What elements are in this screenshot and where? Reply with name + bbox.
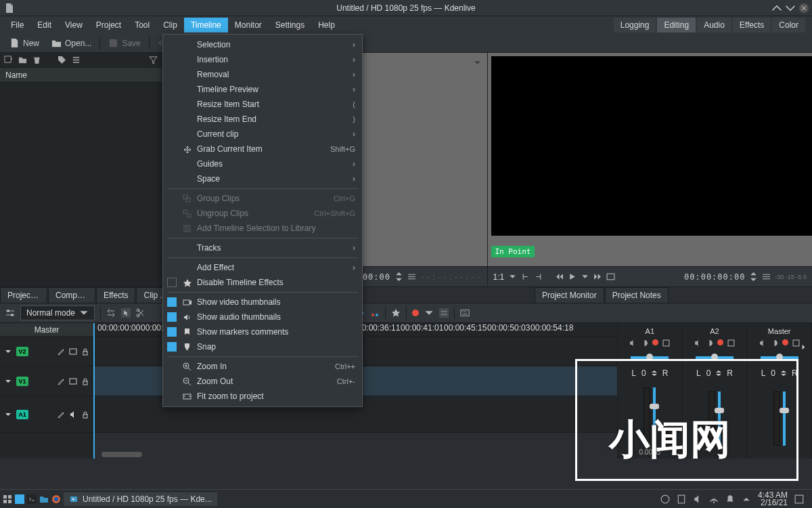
app-launcher-icon[interactable] <box>3 494 12 504</box>
menu-item-disable-timeline-effects[interactable]: Disable Timeline Effects <box>163 275 362 290</box>
menu-item-current-clip[interactable]: Current clip› <box>163 127 362 142</box>
new-button[interactable]: New <box>5 36 43 50</box>
chevron-down-icon[interactable] <box>581 272 589 281</box>
show-desktop-icon[interactable] <box>794 494 804 504</box>
chevron-down-icon[interactable] <box>4 347 12 356</box>
volume-fader[interactable] <box>783 391 786 446</box>
volume-fader[interactable] <box>718 391 721 446</box>
fx-icon[interactable] <box>727 339 735 347</box>
tray-icon[interactable] <box>660 494 670 504</box>
menu-item-insertion[interactable]: Insertion› <box>163 52 362 67</box>
menu-icon[interactable] <box>407 272 416 281</box>
rec-icon[interactable] <box>652 339 658 345</box>
expand-icon[interactable] <box>800 343 807 351</box>
menu-icon[interactable] <box>72 56 81 64</box>
extract-icon[interactable] <box>370 308 380 318</box>
zoom-ratio[interactable]: 1:1 <box>493 272 505 282</box>
dock-tab[interactable]: Compositi... <box>48 287 95 303</box>
maximize-button[interactable] <box>785 3 796 14</box>
chevron-up-icon[interactable] <box>742 494 751 504</box>
menu-item-zoom-in[interactable]: Zoom InCtrl++ <box>163 359 362 374</box>
bin-name-header[interactable]: Name <box>0 68 162 83</box>
lock-icon[interactable] <box>81 377 89 385</box>
dock-tab[interactable]: Project Monitor <box>535 287 604 303</box>
forward-icon[interactable] <box>593 272 602 281</box>
lock-icon[interactable] <box>81 347 89 356</box>
rewind-icon[interactable] <box>555 272 564 281</box>
menu-help[interactable]: Help <box>311 18 342 33</box>
menu-item-grab-current-item[interactable]: Grab Current ItemShift+G <box>163 142 362 156</box>
menu-item-show-markers-comments[interactable]: Show markers comments <box>163 324 362 339</box>
clock[interactable]: 4:43 AM2/16/21 <box>758 492 788 507</box>
menu-item-snap[interactable]: Snap <box>163 339 362 354</box>
clipboard-icon[interactable] <box>677 494 686 504</box>
fx-icon[interactable] <box>792 339 800 347</box>
menu-icon[interactable] <box>762 272 771 281</box>
record-button[interactable] <box>412 310 419 316</box>
track-head-a1[interactable]: A1 <box>0 396 93 433</box>
delete-clip-icon[interactable] <box>32 56 41 64</box>
add-folder-icon[interactable] <box>18 56 27 64</box>
timeline-scrollbar[interactable] <box>102 452 142 457</box>
rec-icon[interactable] <box>782 339 788 345</box>
bin-list[interactable] <box>0 83 162 287</box>
menu-item-space[interactable]: Space› <box>163 171 362 186</box>
menu-timeline[interactable]: Timeline <box>184 18 228 33</box>
menu-item-zoom-out[interactable]: Zoom OutCtrl+- <box>163 374 362 389</box>
mode-tab-effects[interactable]: Effects <box>733 18 771 33</box>
dock-tab[interactable]: Effects <box>96 287 135 303</box>
project-timecode[interactable]: 00:00:00:00 <box>684 272 745 282</box>
minimize-button[interactable] <box>771 3 782 14</box>
menu-file[interactable]: File <box>4 18 30 33</box>
solo-icon[interactable] <box>706 339 713 347</box>
filter-icon[interactable] <box>149 56 158 64</box>
balance-slider[interactable] <box>761 356 798 359</box>
zone-icon[interactable] <box>606 272 615 281</box>
balance-slider[interactable] <box>631 356 669 359</box>
dolphin-icon[interactable] <box>39 494 49 504</box>
solo-icon[interactable] <box>771 339 778 347</box>
lock-icon[interactable] <box>81 410 89 419</box>
menu-tool[interactable]: Tool <box>128 18 156 33</box>
mixer-channel-a1[interactable]: A1L0R0.00dB <box>618 323 683 459</box>
project-monitor-view[interactable]: In Point <box>488 53 813 266</box>
speaker-icon[interactable] <box>69 410 77 419</box>
bell-icon[interactable] <box>725 494 735 504</box>
track-tool-icon[interactable] <box>106 308 116 318</box>
menu-view[interactable]: View <box>58 18 89 33</box>
menu-clip[interactable]: Clip <box>156 18 184 33</box>
edit-mode-combo[interactable]: Normal mode <box>20 305 95 320</box>
razor-tool-icon[interactable] <box>136 308 145 318</box>
firefox-icon[interactable] <box>51 494 61 504</box>
mode-tab-logging[interactable]: Logging <box>614 18 656 33</box>
settings-icon[interactable] <box>5 308 15 318</box>
menu-edit[interactable]: Edit <box>30 18 58 33</box>
mute-icon[interactable] <box>629 339 637 347</box>
desktop-pager[interactable] <box>15 494 24 504</box>
menu-item-resize-item-end[interactable]: Resize Item End) <box>163 112 362 127</box>
chevron-down-icon[interactable] <box>4 410 12 419</box>
chevron-down-icon[interactable] <box>4 377 12 385</box>
play-icon[interactable] <box>568 272 577 281</box>
solo-icon[interactable] <box>641 339 648 347</box>
konsole-icon[interactable] <box>27 494 37 504</box>
dock-tab[interactable]: Project ... <box>0 287 47 303</box>
select-tool-icon[interactable] <box>121 308 131 318</box>
menu-monitor[interactable]: Monitor <box>228 18 269 33</box>
chevron-down-icon[interactable] <box>473 58 482 67</box>
menu-item-tracks[interactable]: Tracks› <box>163 240 362 255</box>
tag-icon[interactable] <box>58 56 66 64</box>
mute-icon[interactable] <box>759 339 767 347</box>
chevron-down-icon[interactable] <box>508 272 517 281</box>
master-header[interactable]: Master <box>0 323 93 337</box>
save-button[interactable]: Save <box>104 36 144 50</box>
menu-item-add-effect[interactable]: Add Effect› <box>163 260 362 275</box>
track-head-v2[interactable]: V2 <box>0 337 93 366</box>
track-head-v1[interactable]: V1 <box>0 366 93 396</box>
balance-slider[interactable] <box>696 356 734 359</box>
set-out-icon[interactable] <box>534 272 543 281</box>
kdenlive-task[interactable]: Untitled / HD 1080p 25 fps — Kde... <box>64 492 217 506</box>
edit-icon[interactable] <box>57 377 65 385</box>
menu-settings[interactable]: Settings <box>269 18 311 33</box>
stepper-icon[interactable] <box>749 272 758 281</box>
